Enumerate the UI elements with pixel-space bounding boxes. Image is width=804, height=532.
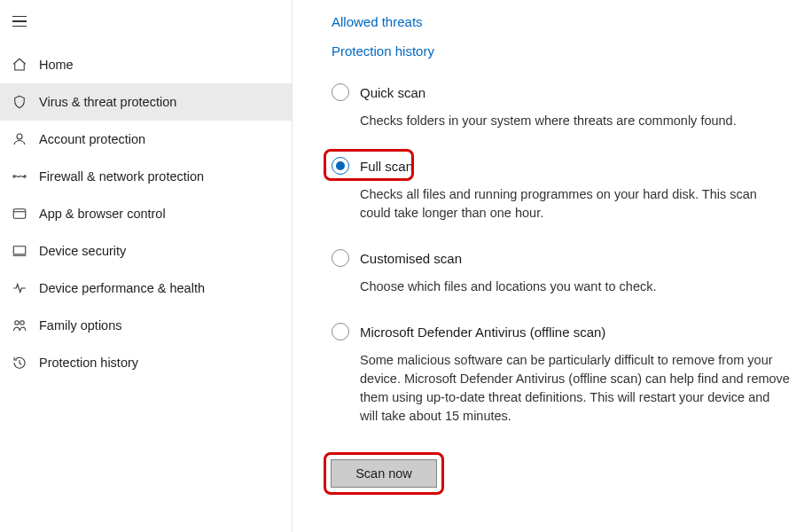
svg-point-1 xyxy=(13,176,15,177)
sidebar: Home Virus & threat protection Account p… xyxy=(0,0,293,532)
sidebar-item-family[interactable]: Family options xyxy=(0,307,292,344)
scan-option-offline: Microsoft Defender Antivirus (offline sc… xyxy=(332,323,790,426)
link-allowed-threats[interactable]: Allowed threats xyxy=(332,14,790,29)
radio-offline-scan[interactable]: Microsoft Defender Antivirus (offline sc… xyxy=(332,323,790,340)
svg-point-0 xyxy=(17,134,22,139)
history-icon xyxy=(11,354,28,372)
sidebar-item-app-browser[interactable]: App & browser control xyxy=(0,195,292,232)
hamburger-icon[interactable] xyxy=(12,12,30,30)
health-icon xyxy=(11,279,28,297)
scan-options: Quick scan Checks folders in your system… xyxy=(332,83,790,426)
svg-point-5 xyxy=(15,321,20,325)
scan-option-quick: Quick scan Checks folders in your system… xyxy=(332,83,790,130)
radio-icon xyxy=(332,157,349,175)
main-content: Allowed threats Protection history Quick… xyxy=(293,0,804,532)
radio-icon xyxy=(332,323,349,340)
sidebar-item-home[interactable]: Home xyxy=(0,46,292,83)
radio-label: Quick scan xyxy=(360,85,425,100)
scan-now-button[interactable]: Scan now xyxy=(331,459,437,488)
home-icon xyxy=(11,56,28,74)
sidebar-item-label: Device performance & health xyxy=(39,281,205,295)
sidebar-item-label: Device security xyxy=(39,244,126,258)
sidebar-item-protection-history[interactable]: Protection history xyxy=(0,344,292,381)
svg-point-6 xyxy=(20,321,25,325)
scan-button-wrap: Scan now xyxy=(331,459,437,488)
sidebar-item-label: Firewall & network protection xyxy=(39,169,204,184)
svg-rect-4 xyxy=(13,246,26,254)
svg-point-2 xyxy=(24,176,26,177)
sidebar-item-label: Home xyxy=(39,58,74,72)
radio-label: Full scan xyxy=(360,159,413,174)
radio-icon xyxy=(332,83,349,101)
sidebar-item-device-security[interactable]: Device security xyxy=(0,232,292,270)
sidebar-item-label: Family options xyxy=(39,318,121,332)
radio-quick-scan[interactable]: Quick scan xyxy=(332,83,790,101)
scan-description: Checks all files and running programmes … xyxy=(360,185,790,223)
scan-description: Checks folders in your system where thre… xyxy=(360,112,790,130)
sidebar-item-device-perf[interactable]: Device performance & health xyxy=(0,270,292,307)
sidebar-item-virus-threat[interactable]: Virus & threat protection xyxy=(0,83,292,121)
sidebar-item-label: Account protection xyxy=(39,132,145,146)
device-security-icon xyxy=(11,242,28,260)
radio-label: Customised scan xyxy=(360,251,462,266)
account-icon xyxy=(11,130,28,148)
radio-full-scan[interactable]: Full scan xyxy=(332,157,790,175)
svg-rect-3 xyxy=(13,209,26,219)
sidebar-item-label: App & browser control xyxy=(39,207,166,221)
radio-icon xyxy=(332,249,349,267)
scan-description: Some malicious software can be particula… xyxy=(360,351,790,426)
link-protection-history[interactable]: Protection history xyxy=(332,43,790,59)
app-browser-icon xyxy=(11,205,28,223)
sidebar-item-label: Protection history xyxy=(39,356,138,370)
sidebar-item-account[interactable]: Account protection xyxy=(0,121,292,158)
scan-option-full: Full scan Checks all files and running p… xyxy=(332,157,790,223)
radio-custom-scan[interactable]: Customised scan xyxy=(332,249,790,267)
sidebar-item-label: Virus & threat protection xyxy=(39,95,176,109)
scan-description: Choose which files and locations you wan… xyxy=(360,278,790,296)
sidebar-item-firewall[interactable]: Firewall & network protection xyxy=(0,158,292,195)
family-icon xyxy=(11,317,28,334)
shield-icon xyxy=(11,93,28,111)
radio-label: Microsoft Defender Antivirus (offline sc… xyxy=(360,325,605,340)
firewall-icon xyxy=(11,168,28,185)
scan-option-custom: Customised scan Choose which files and l… xyxy=(332,249,790,296)
